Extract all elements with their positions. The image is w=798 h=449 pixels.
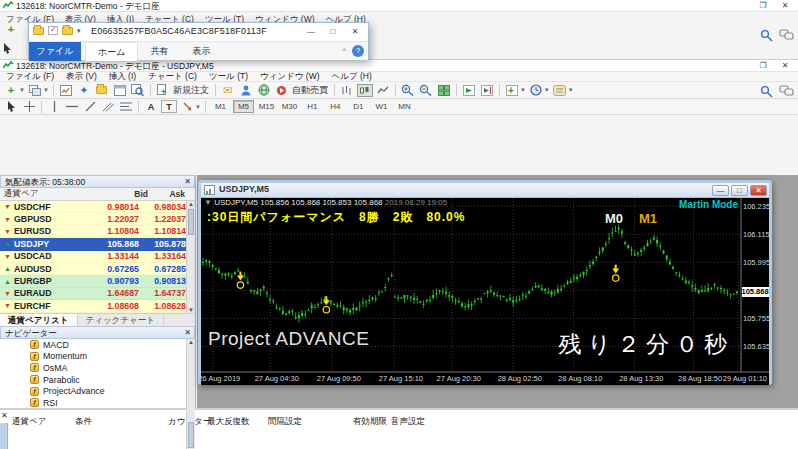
- auto-trading-icon[interactable]: [274, 84, 290, 97]
- explorer-file-tab[interactable]: ファイル: [29, 42, 81, 61]
- navigator-indicator-projectadvance[interactable]: fProjectAdvance: [0, 385, 195, 397]
- auto-trading-button[interactable]: 自動売買: [292, 84, 328, 97]
- cursor-tool-icon[interactable]: [3, 100, 19, 113]
- column-bid[interactable]: Bid: [101, 189, 148, 199]
- minimize-button[interactable]: —: [300, 26, 322, 37]
- quick-access-dropdown-icon[interactable]: ▾: [77, 27, 81, 35]
- line-chart-icon[interactable]: [375, 84, 391, 97]
- navigator-scrollbar[interactable]: ▲ ▼: [186, 339, 195, 449]
- navigator-indicator-parabolic[interactable]: fParabolic: [0, 374, 195, 386]
- timeframe-button-m30[interactable]: M30: [279, 100, 300, 113]
- menu-item[interactable]: ファイル (F): [6, 71, 54, 83]
- chart-titlebar[interactable]: USDJPY,M5 — □ ✕: [201, 183, 769, 198]
- market-watch-row[interactable]: ▲AUDUSD0.672650.67285: [0, 263, 195, 275]
- experts-icon[interactable]: [238, 84, 254, 97]
- fibonacci-tool-icon[interactable]: [118, 100, 134, 113]
- strategy-tester-icon[interactable]: [130, 84, 146, 97]
- minimize-button[interactable]: —: [712, 185, 729, 196]
- market-watch-scrollbar[interactable]: ▲ ▼: [186, 201, 195, 313]
- metaeditor-icon[interactable]: ✉: [220, 84, 236, 97]
- dropdown-icon[interactable]: ▼: [544, 87, 550, 93]
- navigator-indicator-osma[interactable]: fOsMA: [0, 362, 195, 374]
- bottom-column-header[interactable]: 間隔設定: [268, 416, 302, 428]
- search-icon[interactable]: [760, 28, 773, 46]
- column-symbol[interactable]: 通貨ペア: [0, 188, 101, 200]
- new-chart-icon[interactable]: +: [3, 22, 19, 35]
- ribbon-collapse-icon[interactable]: ^: [342, 46, 346, 55]
- menu-item[interactable]: 挿入 (I): [109, 71, 136, 83]
- explorer-tab[interactable]: 共有: [138, 42, 180, 61]
- explorer-tab[interactable]: 表示: [180, 42, 222, 61]
- market-watch-header[interactable]: 気配値表示: 05:38:00 ✕: [0, 175, 195, 188]
- bottom-column-header[interactable]: 条件: [75, 416, 92, 428]
- timeframe-button-m1[interactable]: M1: [210, 100, 231, 113]
- text-label-tool-icon[interactable]: T: [161, 100, 177, 113]
- timeframe-button-mn[interactable]: MN: [394, 100, 415, 113]
- close-icon[interactable]: ✕: [1, 411, 8, 420]
- menu-item[interactable]: ツール (T): [209, 71, 248, 83]
- indicators-icon[interactable]: +: [504, 84, 520, 97]
- market-watch-row[interactable]: ▲EURGBP0.907930.90813: [0, 275, 195, 287]
- crosshair-tool-icon[interactable]: [21, 100, 37, 113]
- menu-item[interactable]: ヘルプ (H): [332, 71, 372, 83]
- arrow-tools-icon[interactable]: [179, 100, 195, 113]
- restore-button[interactable]: ❐: [752, 60, 774, 71]
- column-ask[interactable]: Ask: [148, 189, 195, 199]
- explorer-titlebar[interactable]: ▾ E06635257FB0A5C46AE3C8F518F0113F — □ ✕: [29, 23, 368, 41]
- chat-icon[interactable]: [779, 28, 794, 46]
- new-chart-icon[interactable]: +: [3, 84, 19, 97]
- new-order-icon[interactable]: +: [155, 84, 171, 97]
- dropdown-icon[interactable]: ▼: [520, 87, 526, 93]
- market-watch-row[interactable]: ▼EURCHF1.086081.08628: [0, 300, 195, 312]
- text-tool-icon[interactable]: A: [143, 100, 159, 113]
- menu-item[interactable]: 表示 (V): [66, 71, 97, 83]
- terminal-icon[interactable]: [112, 84, 128, 97]
- explorer-tab[interactable]: ホーム: [85, 42, 138, 61]
- scroll-down-icon[interactable]: ▼: [187, 307, 195, 313]
- channel-tool-icon[interactable]: [100, 100, 116, 113]
- data-folder-icon[interactable]: [94, 84, 110, 97]
- timeframe-button-h1[interactable]: H1: [302, 100, 323, 113]
- trendline-tool-icon[interactable]: [82, 100, 98, 113]
- candlestick-chart-icon[interactable]: [357, 84, 373, 97]
- zoom-in-icon[interactable]: [400, 84, 416, 97]
- market-watch-row[interactable]: ▼GBPUSD1.220271.22037: [0, 213, 195, 225]
- timeframe-button-m15[interactable]: M15: [256, 100, 277, 113]
- scroll-up-icon[interactable]: ▲: [187, 201, 195, 207]
- close-button[interactable]: ✕: [774, 0, 796, 11]
- vertical-line-tool-icon[interactable]: [46, 100, 62, 113]
- help-icon[interactable]: ?: [352, 45, 364, 57]
- auto-scroll-icon[interactable]: [461, 84, 477, 97]
- navigator-icon[interactable]: ✦: [76, 84, 92, 97]
- market-watch-row[interactable]: ▼USDCAD1.331441.33164: [0, 251, 195, 263]
- dropdown-icon[interactable]: ▼: [43, 87, 49, 93]
- market-watch-tab[interactable]: ティックチャート: [78, 314, 164, 326]
- bottom-panel-side-tab[interactable]: [0, 423, 8, 449]
- close-icon[interactable]: ✕: [184, 328, 191, 337]
- navigator-indicator-macd[interactable]: fMACD: [0, 339, 195, 351]
- close-button[interactable]: ✕: [344, 26, 366, 37]
- checkbox-icon[interactable]: [48, 26, 58, 35]
- cursor-icon[interactable]: [3, 40, 13, 58]
- menu-item[interactable]: チャート (C): [148, 71, 197, 83]
- bottom-column-header[interactable]: 最大反復数: [207, 416, 250, 428]
- bar-chart-icon[interactable]: [339, 84, 355, 97]
- globe-icon[interactable]: [256, 84, 272, 97]
- scroll-up-icon[interactable]: ▲: [187, 339, 195, 345]
- market-watch-tab[interactable]: 通貨ペアリスト: [0, 314, 78, 326]
- chart-shift-icon[interactable]: [479, 84, 495, 97]
- bottom-column-header[interactable]: 音声設定: [391, 416, 425, 428]
- new-order-button[interactable]: 新規注文: [173, 84, 209, 97]
- market-watch-row[interactable]: ▲USDJPY105.868105.878: [0, 238, 195, 250]
- horizontal-line-tool-icon[interactable]: [64, 100, 80, 113]
- timeframe-button-d1[interactable]: D1: [348, 100, 369, 113]
- periods-clock-icon[interactable]: [528, 84, 544, 97]
- timeframe-button-w1[interactable]: W1: [371, 100, 392, 113]
- market-watch-row[interactable]: ▼EURUSD1.108041.10814: [0, 226, 195, 238]
- market-watch-row[interactable]: ▼EURAUD1.646871.64737: [0, 288, 195, 300]
- chart-area[interactable]: ▼ USDJPY,M5 105.856 105.868 105.853 105.…: [201, 198, 769, 385]
- timeframe-button-h4[interactable]: H4: [325, 100, 346, 113]
- restore-button[interactable]: ❐: [752, 0, 774, 11]
- bottom-column-header[interactable]: 有効期限: [353, 416, 387, 428]
- market-watch-icon[interactable]: [58, 84, 74, 97]
